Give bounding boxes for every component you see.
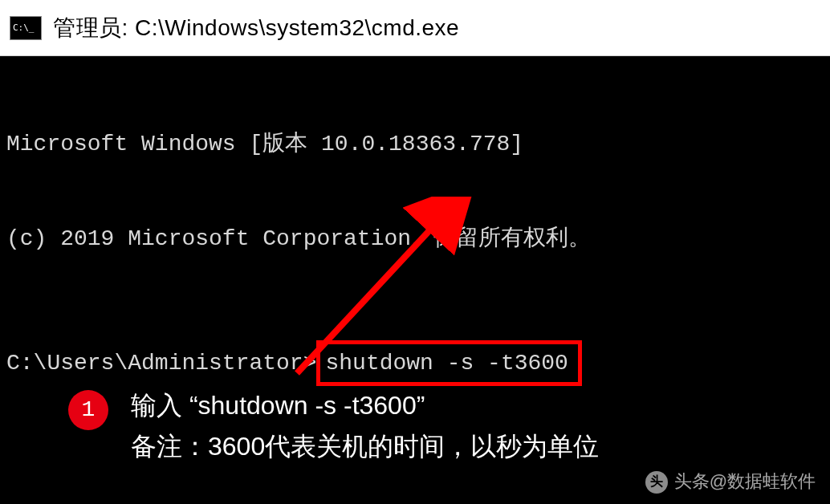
annotation-line2: 备注：3600代表关机的时间，以秒为单位 bbox=[131, 426, 599, 467]
step-number-badge: 1 bbox=[68, 390, 108, 430]
watermark-prefix: 头条 bbox=[674, 469, 710, 494]
terminal-copyright-line: (c) 2019 Microsoft Corporation。保留所有权利。 bbox=[6, 223, 824, 254]
watermark-logo-icon: 头 bbox=[645, 471, 668, 494]
terminal-command: shutdown -s -t3600 bbox=[325, 351, 568, 376]
watermark: 头 头条 @数据蛙软件 bbox=[645, 469, 816, 494]
command-highlight: shutdown -s -t3600 bbox=[316, 340, 581, 386]
annotation-line1: 输入 “shutdown -s -t3600” bbox=[131, 385, 599, 426]
terminal-prompt-line: C:\Users\Administrator>shutdown -s -t360… bbox=[6, 340, 824, 386]
window-titlebar[interactable]: 管理员: C:\Windows\system32\cmd.exe bbox=[0, 0, 830, 56]
annotation-text: 输入 “shutdown -s -t3600” 备注：3600代表关机的时间，以… bbox=[131, 385, 599, 467]
terminal-area[interactable]: Microsoft Windows [版本 10.0.18363.778] (c… bbox=[0, 56, 830, 504]
terminal-prompt: C:\Users\Administrator> bbox=[6, 348, 316, 379]
terminal-version-line: Microsoft Windows [版本 10.0.18363.778] bbox=[6, 128, 824, 160]
watermark-handle: @数据蛙软件 bbox=[710, 469, 816, 494]
window-title: 管理员: C:\Windows\system32\cmd.exe bbox=[53, 13, 459, 43]
step-annotation: 1 输入 “shutdown -s -t3600” 备注：3600代表关机的时间… bbox=[68, 385, 599, 467]
cmd-icon bbox=[10, 16, 42, 40]
